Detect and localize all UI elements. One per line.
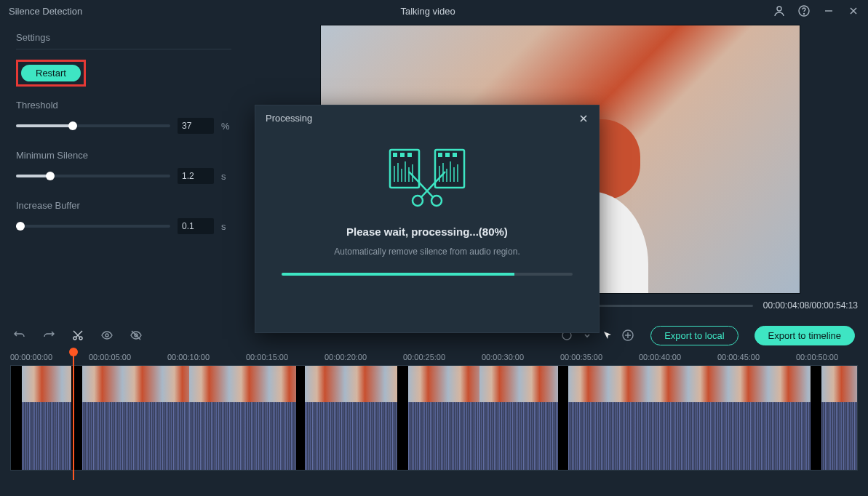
eye-icon[interactable] <box>100 329 114 342</box>
ruler-tick: 00:00:00:00 <box>10 353 52 361</box>
ruler-tick: 00:00:40:00 <box>639 353 681 361</box>
video-clip[interactable] <box>305 366 397 470</box>
svg-rect-20 <box>400 153 405 157</box>
silence-gap[interactable] <box>397 366 408 470</box>
progress-bar <box>282 273 573 276</box>
svg-point-8 <box>105 334 108 337</box>
export-timeline-button[interactable]: Export to timeline <box>754 326 855 345</box>
restart-highlight: Restart <box>16 60 86 87</box>
document-title: Talking video <box>82 6 773 17</box>
playback-time: 00:00:04:08/00:00:54:13 <box>763 300 858 311</box>
timeline: 00:00:00:0000:00:05:0000:00:10:0000:00:1… <box>0 349 868 496</box>
cut-icon[interactable] <box>71 329 84 342</box>
threshold-input[interactable] <box>178 118 214 134</box>
restart-button[interactable]: Restart <box>21 65 81 81</box>
user-icon[interactable] <box>773 5 785 17</box>
silence-gap[interactable] <box>558 366 568 470</box>
svg-point-6 <box>73 337 76 340</box>
video-clip[interactable] <box>22 366 72 470</box>
video-clip[interactable] <box>479 366 558 470</box>
svg-rect-24 <box>453 153 457 157</box>
svg-point-37 <box>413 196 423 206</box>
cursor-icon <box>601 329 614 342</box>
ruler-tick: 00:00:50:00 <box>796 353 838 361</box>
increase-buffer-label: Increase Buffer <box>16 200 231 211</box>
min-silence-unit: s <box>221 171 231 182</box>
ruler-tick: 00:00:10:00 <box>167 353 210 361</box>
svg-rect-23 <box>445 153 450 157</box>
silence-gap[interactable] <box>811 366 821 470</box>
threshold-slider[interactable] <box>16 124 170 127</box>
min-silence-slider[interactable] <box>16 175 170 177</box>
undo-icon[interactable] <box>13 329 26 342</box>
ruler-tick: 00:00:25:00 <box>403 353 445 361</box>
ruler-tick: 00:00:35:00 <box>560 353 602 361</box>
app-title: Silence Detection <box>9 6 82 17</box>
settings-panel: Settings Restart Threshold % Minimum Sil… <box>0 22 247 320</box>
dialog-title: Processing <box>266 113 312 124</box>
timeline-ruler[interactable]: 00:00:00:0000:00:05:0000:00:10:0000:00:1… <box>10 349 858 365</box>
ruler-tick: 00:00:45:00 <box>717 353 760 361</box>
eye-off-icon[interactable] <box>130 329 143 342</box>
close-icon[interactable] <box>848 5 859 17</box>
titlebar: Silence Detection Talking video <box>0 0 868 22</box>
redo-icon[interactable] <box>42 329 55 342</box>
threshold-label: Threshold <box>16 100 231 111</box>
help-icon[interactable] <box>798 5 810 17</box>
processing-icon <box>380 145 474 211</box>
svg-rect-22 <box>438 153 442 157</box>
playhead[interactable] <box>73 349 74 480</box>
zoom-in-icon[interactable] <box>621 329 634 342</box>
svg-point-7 <box>79 337 82 340</box>
video-clip[interactable] <box>82 366 189 470</box>
ruler-tick: 00:00:15:00 <box>246 353 288 361</box>
video-clip[interactable] <box>189 366 296 470</box>
increase-buffer-input[interactable] <box>178 218 214 234</box>
svg-point-38 <box>431 196 442 206</box>
ruler-tick: 00:00:20:00 <box>324 353 367 361</box>
silence-gap[interactable] <box>296 366 305 470</box>
svg-rect-19 <box>393 153 397 157</box>
video-clip[interactable] <box>568 366 811 470</box>
increase-buffer-unit: s <box>221 221 231 232</box>
min-silence-label: Minimum Silence <box>16 150 231 161</box>
processing-dialog: Processing <box>255 105 600 333</box>
minimize-icon[interactable] <box>823 5 835 17</box>
video-clip[interactable] <box>408 366 479 470</box>
increase-buffer-slider[interactable] <box>16 225 170 228</box>
dialog-message: Please wait, processing...(80%) <box>277 225 577 238</box>
silence-gap[interactable] <box>11 366 22 470</box>
timeline-clips[interactable] <box>10 365 858 471</box>
ruler-tick: 00:00:05:00 <box>89 353 131 361</box>
settings-heading: Settings <box>16 32 231 49</box>
ruler-tick: 00:00:30:00 <box>482 353 524 361</box>
svg-point-0 <box>777 7 781 11</box>
min-silence-input[interactable] <box>178 168 214 184</box>
svg-rect-21 <box>407 153 412 157</box>
video-clip[interactable] <box>821 366 857 470</box>
export-local-button[interactable]: Export to local <box>650 326 738 345</box>
dialog-close-icon[interactable] <box>578 113 589 124</box>
threshold-unit: % <box>221 121 231 132</box>
dialog-subtitle: Automatically remove silence from audio … <box>277 247 577 257</box>
svg-point-2 <box>804 14 805 15</box>
